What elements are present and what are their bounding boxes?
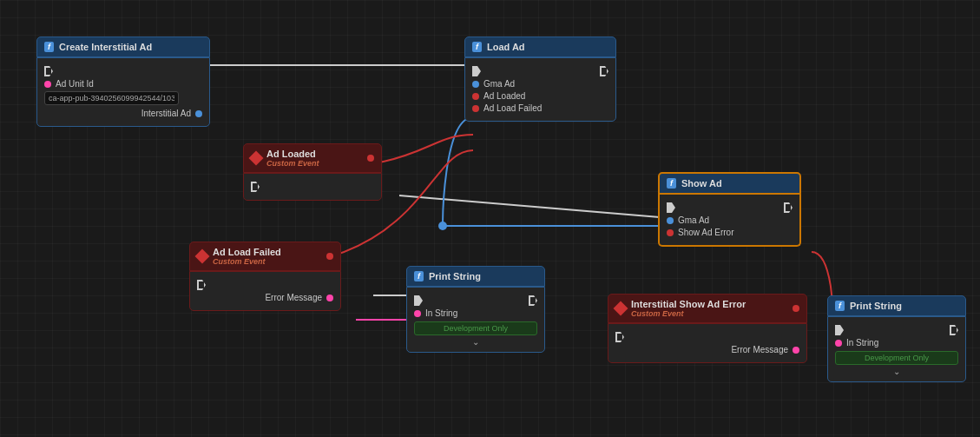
print-string-2-title: Print String bbox=[850, 301, 902, 311]
error-msg-label: Error Message bbox=[265, 293, 322, 302]
print-string-1-body: In String Development Only ⌄ bbox=[406, 287, 545, 353]
create-interstitial-ad-node: f Create Interstitial Ad Ad Unit Id Inte… bbox=[36, 36, 210, 127]
load-ad-node: f Load Ad Gma Ad Ad Loaded Ad Load Faile… bbox=[464, 36, 616, 122]
show-exec-in[interactable] bbox=[667, 202, 675, 213]
load-ad-header: f Load Ad bbox=[464, 36, 616, 57]
error-msg-port[interactable] bbox=[326, 295, 333, 301]
ad-unit-value-row bbox=[44, 91, 202, 105]
show-gma-ad-row: Gma Ad bbox=[667, 215, 793, 225]
interstitial-body: Error Message bbox=[608, 323, 807, 363]
ad-loaded-subtitle: Custom Event bbox=[266, 159, 319, 168]
ad-load-failed-port[interactable] bbox=[472, 105, 479, 112]
load-ad-body: Gma Ad Ad Loaded Ad Load Failed bbox=[464, 57, 616, 122]
interstitial-exec-row bbox=[615, 332, 799, 342]
interstitial-ad-out-row: Interstitial Ad bbox=[44, 109, 202, 118]
interstitial-ad-out-port[interactable] bbox=[195, 110, 202, 117]
print2-exec-in[interactable] bbox=[835, 325, 844, 335]
create-interstitial-title: Create Interstitial Ad bbox=[59, 42, 152, 52]
print2-in-string-port[interactable] bbox=[835, 340, 842, 347]
gma-ad-port[interactable] bbox=[472, 81, 479, 88]
gma-ad-label: Gma Ad bbox=[483, 79, 515, 89]
print2-dev-only: Development Only bbox=[835, 351, 958, 365]
print1-func-icon: f bbox=[414, 271, 424, 281]
show-ad-error-row: Show Ad Error bbox=[667, 228, 793, 237]
ad-loaded-body bbox=[243, 173, 382, 201]
interstitial-error-label: Error Message bbox=[731, 345, 788, 354]
show-ad-body: Gma Ad Show Ad Error bbox=[658, 195, 801, 247]
ad-load-failed-body: Error Message bbox=[189, 271, 341, 311]
load-exec-out[interactable] bbox=[600, 66, 608, 76]
print-string-2-node: f Print String In String Development Onl… bbox=[827, 295, 966, 382]
print-string-2-header: f Print String bbox=[827, 295, 966, 316]
load-exec-row bbox=[472, 66, 608, 76]
ad-load-failed-icon bbox=[195, 249, 210, 264]
function-icon: f bbox=[44, 42, 54, 52]
print2-exec-out[interactable] bbox=[950, 325, 958, 335]
ad-load-failed-title: Ad Load Failed bbox=[213, 247, 281, 257]
print2-in-string-row: In String bbox=[835, 338, 958, 348]
ad-loaded-pin[interactable] bbox=[367, 155, 374, 162]
show-ad-error-port[interactable] bbox=[667, 229, 674, 236]
print-string-1-node: f Print String In String Development Onl… bbox=[406, 266, 545, 353]
print1-exec-in[interactable] bbox=[414, 295, 423, 306]
exec-row bbox=[44, 66, 202, 76]
interstitial-title: Interstitial Show Ad Error bbox=[631, 299, 746, 309]
ad-unit-id-input[interactable] bbox=[44, 91, 179, 105]
show-gma-label: Gma Ad bbox=[678, 215, 709, 225]
ad-load-failed-exec bbox=[197, 280, 333, 290]
print1-chevron: ⌄ bbox=[414, 337, 537, 347]
print1-exec-out[interactable] bbox=[529, 295, 537, 306]
interstitial-pin[interactable] bbox=[793, 305, 799, 312]
print-string-1-title: Print String bbox=[429, 271, 481, 281]
interstitial-exec-out[interactable] bbox=[615, 332, 624, 342]
create-interstitial-header: f Create Interstitial Ad bbox=[36, 36, 210, 57]
ad-loaded-node: Ad Loaded Custom Event bbox=[243, 143, 382, 201]
ad-load-failed-label: Ad Load Failed bbox=[483, 103, 542, 113]
show-func-icon: f bbox=[667, 178, 676, 189]
ad-loaded-label: Ad Loaded bbox=[483, 91, 525, 101]
ad-loaded-row: Ad Loaded bbox=[472, 91, 608, 101]
ad-loaded-exec-out[interactable] bbox=[251, 182, 260, 192]
show-ad-error-label: Show Ad Error bbox=[678, 228, 733, 237]
ad-load-failed-row: Ad Load Failed bbox=[472, 103, 608, 113]
ad-loaded-exec-row bbox=[251, 182, 374, 192]
create-interstitial-body: Ad Unit Id Interstitial Ad bbox=[36, 57, 210, 127]
load-exec-in[interactable] bbox=[472, 66, 481, 76]
print2-in-string-label: In String bbox=[846, 338, 878, 348]
interstitial-error-port[interactable] bbox=[793, 347, 799, 354]
show-ad-header: f Show Ad bbox=[658, 172, 801, 195]
ad-load-failed-header: Ad Load Failed Custom Event bbox=[189, 242, 341, 271]
ad-load-failed-node: Ad Load Failed Custom Event Error Messag… bbox=[189, 242, 341, 311]
interstitial-ad-label: Interstitial Ad bbox=[141, 109, 191, 118]
print-string-1-header: f Print String bbox=[406, 266, 545, 287]
print2-func-icon: f bbox=[835, 301, 845, 311]
ad-loaded-event-icon bbox=[249, 151, 264, 166]
print1-in-string-row: In String bbox=[414, 308, 537, 318]
show-ad-title: Show Ad bbox=[681, 178, 722, 189]
load-ad-title: Load Ad bbox=[487, 42, 525, 52]
ad-loaded-header: Ad Loaded Custom Event bbox=[243, 143, 382, 173]
ad-load-failed-pin[interactable] bbox=[326, 253, 333, 260]
error-msg-row: Error Message bbox=[197, 293, 333, 302]
print1-in-string-label: In String bbox=[425, 308, 457, 318]
interstitial-error-msg-row: Error Message bbox=[615, 345, 799, 354]
ad-unit-id-label: Ad Unit Id bbox=[56, 79, 94, 89]
print1-dev-only: Development Only bbox=[414, 321, 537, 335]
ad-load-failed-subtitle: Custom Event bbox=[213, 257, 281, 266]
show-gma-port[interactable] bbox=[667, 217, 674, 224]
ad-loaded-title: Ad Loaded bbox=[266, 149, 319, 159]
interstitial-subtitle: Custom Event bbox=[631, 309, 746, 318]
show-ad-node: f Show Ad Gma Ad Show Ad Error bbox=[658, 172, 801, 247]
interstitial-event-icon bbox=[614, 301, 628, 316]
interstitial-header: Interstitial Show Ad Error Custom Event bbox=[608, 294, 807, 323]
interstitial-show-ad-error-node: Interstitial Show Ad Error Custom Event … bbox=[608, 294, 807, 363]
print1-in-string-port[interactable] bbox=[414, 310, 421, 317]
show-exec-out[interactable] bbox=[784, 202, 793, 213]
ad-load-failed-exec-out[interactable] bbox=[197, 280, 206, 290]
ad-loaded-port[interactable] bbox=[472, 93, 479, 100]
print2-chevron: ⌄ bbox=[835, 367, 958, 376]
ad-unit-id-port[interactable] bbox=[44, 81, 51, 88]
exec-in-port[interactable] bbox=[44, 66, 53, 76]
print-string-2-body: In String Development Only ⌄ bbox=[827, 316, 966, 382]
print2-exec-row bbox=[835, 325, 958, 335]
